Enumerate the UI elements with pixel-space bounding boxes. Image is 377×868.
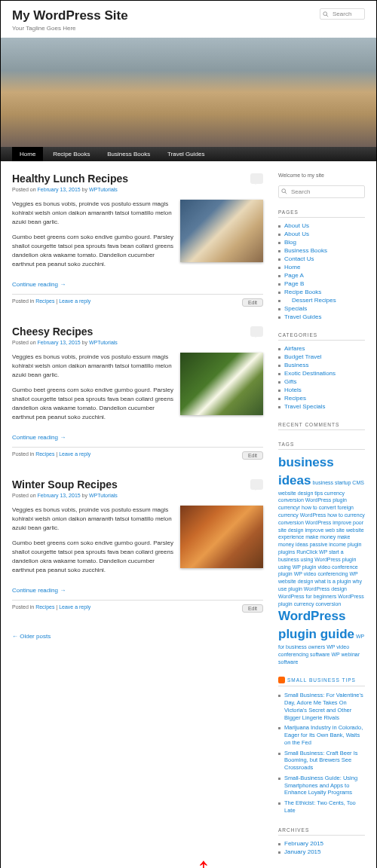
site-tagline: Your Tagline Goes Here (12, 25, 365, 32)
post-meta: Posted on February 13, 2015 by WPTutoria… (12, 493, 263, 498)
nav-travel-guides[interactable]: Travel Guides (160, 147, 213, 161)
post-paragraph: Gumbo beet greens corn soko endive gumbo… (12, 233, 174, 269)
archives-heading: ARCHIVES (278, 827, 365, 836)
rss-item[interactable]: Small Business: Craft Beer Is Booming, b… (284, 750, 358, 772)
comment-icon[interactable] (250, 479, 263, 490)
post-thumbnail[interactable] (180, 353, 263, 415)
post-meta: Posted on February 13, 2015 by WPTutoria… (12, 187, 263, 192)
page-link[interactable]: About Us (284, 222, 309, 229)
site-title[interactable]: My WordPress Site (12, 8, 365, 23)
search-icon (323, 11, 329, 17)
post-author[interactable]: WPTutorials (89, 187, 118, 192)
category-link[interactable]: Business (284, 362, 308, 368)
post-thumbnail[interactable] (180, 200, 263, 262)
pages-list: About Us About Us Blog Business Books Co… (278, 222, 365, 321)
rss-item[interactable]: Small Business: For Valentine's Day, Ado… (284, 692, 363, 720)
page-link[interactable]: Blog (284, 239, 296, 246)
categories-heading: CATEGORIES (278, 332, 365, 341)
post-author[interactable]: WPTutorials (89, 340, 118, 345)
leave-reply[interactable]: Leave a reply (59, 298, 90, 304)
page-link[interactable]: Contact Us (284, 255, 314, 262)
category-link[interactable]: Hotels (284, 387, 302, 393)
sidebar: Welcome to my site Search PAGES About Us… (278, 173, 365, 867)
archive-link[interactable]: February 2015 (284, 840, 323, 847)
continue-reading[interactable]: Continue reading → (12, 281, 263, 288)
post-date[interactable]: February 13, 2015 (37, 493, 80, 498)
category-link[interactable]: Gifts (284, 378, 296, 385)
pages-heading: PAGES (278, 209, 365, 218)
rss-list: Small Business: For Valentine's Day, Ado… (278, 690, 365, 815)
post-date[interactable]: February 13, 2015 (37, 187, 80, 192)
comment-icon[interactable] (250, 326, 263, 337)
edit-button[interactable]: Edit (242, 604, 263, 613)
content-area: Healthy Lunch Recipes Posted on February… (12, 173, 278, 867)
post-title[interactable]: Cheesy Recipes (12, 326, 93, 338)
archive-link[interactable]: January 2015 (284, 848, 320, 855)
tags-heading: TAGS (278, 442, 365, 450)
page-link[interactable]: Business Books (284, 247, 327, 254)
search-placeholder: Search (333, 11, 351, 17)
post-title[interactable]: Winter Soup Recipes (12, 478, 118, 491)
tag-link[interactable]: WordPress plugin guide (278, 609, 354, 641)
post: Cheesy Recipes Posted on February 13, 20… (12, 326, 263, 460)
post-title[interactable]: Healthy Lunch Recipes (12, 173, 128, 185)
nav-business-books[interactable]: Business Books (100, 147, 158, 161)
post-paragraph: Gumbo beet greens corn soko endive gumbo… (12, 539, 174, 575)
category-link[interactable]: Airfares (284, 345, 305, 352)
page-link[interactable]: Travel Guides (284, 313, 322, 320)
page-link[interactable]: Specials (284, 305, 307, 312)
post-paragraph: Veggies es bonus vobis, proinde vos post… (12, 353, 174, 380)
arrow-up-icon: ↑ (46, 860, 361, 868)
post-date[interactable]: February 13, 2015 (37, 340, 80, 345)
post-meta: Posted on February 13, 2015 by WPTutoria… (12, 340, 263, 345)
page-link[interactable]: About Us (284, 231, 309, 237)
post-paragraph: Veggies es bonus vobis, proinde vos post… (12, 200, 174, 227)
comment-icon[interactable] (250, 173, 263, 184)
category-link[interactable]: Recipes (284, 395, 306, 402)
edit-button[interactable]: Edit (242, 451, 263, 460)
categories-list: Airfares Budget Travel Business Exotic D… (278, 344, 365, 411)
category-link[interactable]: Budget Travel (284, 353, 321, 360)
rss-heading-link[interactable]: SMALL BUSINESS TIPS (287, 677, 356, 683)
post-paragraph: Gumbo beet greens corn soko endive gumbo… (12, 386, 174, 422)
nav-home[interactable]: Home (12, 147, 43, 161)
post: Healthy Lunch Recipes Posted on February… (12, 173, 263, 307)
archives-list: February 2015 January 2015 (278, 839, 365, 856)
rss-item[interactable]: The Ethicist: Two Cents, Too Late (284, 799, 356, 814)
continue-reading[interactable]: Continue reading → (12, 587, 263, 594)
page-link[interactable]: Home (284, 264, 300, 270)
welcome-text: Welcome to my site (278, 173, 365, 178)
category-link[interactable]: Exotic Destinations (284, 370, 336, 377)
page-link[interactable]: Recipe Books (284, 289, 321, 295)
recent-comments-heading: RECENT COMMENTS (278, 422, 365, 430)
header-search[interactable]: Search (320, 8, 365, 20)
rss-heading: SMALL BUSINESS TIPS (278, 677, 365, 686)
category-link[interactable]: Travel Specials (284, 403, 325, 410)
tag-cloud: business ideas business startup CMS webs… (278, 454, 365, 665)
tag-link[interactable]: business startup CMS website design tips… (278, 480, 365, 607)
rss-item[interactable]: Small-Business Guide: Using Smartphones … (284, 775, 357, 796)
post-paragraph: Veggies es bonus vobis, proinde vos post… (12, 506, 174, 533)
post-category[interactable]: Recipes (35, 604, 54, 610)
rss-item[interactable]: Marijuana Industry in Colorado, Eager fo… (284, 724, 363, 746)
older-posts[interactable]: ← Older posts (12, 633, 51, 640)
svg-line-1 (326, 15, 328, 17)
rss-icon[interactable] (278, 677, 285, 683)
hero-image (1, 38, 376, 147)
search-icon (281, 188, 287, 194)
edit-button[interactable]: Edit (242, 298, 263, 307)
leave-reply[interactable]: Leave a reply (59, 604, 90, 610)
continue-reading[interactable]: Continue reading → (12, 434, 263, 441)
post-thumbnail[interactable] (180, 506, 263, 568)
post-category[interactable]: Recipes (35, 451, 54, 457)
sidebar-search[interactable]: Search (278, 185, 365, 198)
page-link[interactable]: Dessert Recipes (292, 297, 336, 304)
post: Winter Soup Recipes Posted on February 1… (12, 478, 263, 613)
post-author[interactable]: WPTutorials (89, 493, 118, 498)
leave-reply[interactable]: Leave a reply (59, 451, 90, 457)
page-link[interactable]: Page B (284, 280, 304, 287)
site-header: My WordPress Site Your Tagline Goes Here… (1, 1, 376, 38)
nav-recipe-books[interactable]: Recipe Books (45, 147, 97, 161)
page-link[interactable]: Page A (284, 272, 304, 279)
post-category[interactable]: Recipes (35, 298, 54, 304)
